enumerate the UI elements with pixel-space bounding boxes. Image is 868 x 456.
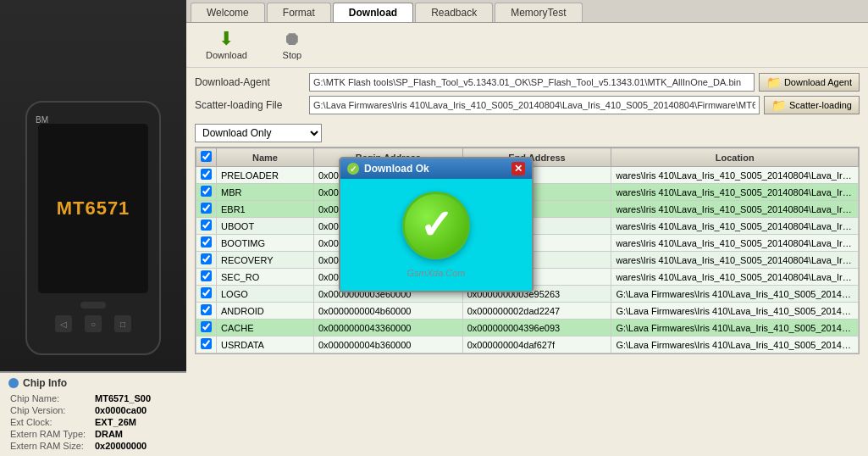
checkmark-circle: ✓ [402,192,470,259]
nav-menu-btn: □ [114,315,131,332]
agent-input[interactable] [309,73,755,92]
stop-button[interactable]: ⏺ Stop [271,27,313,63]
modal-close-button[interactable]: ✕ [511,162,525,175]
checkmark-icon: ✓ [419,205,453,246]
download-ok-modal[interactable]: ✓ Download Ok ✕ ✓ GsmXda.Com [339,157,534,292]
download-button[interactable]: ⬇ Download [199,27,254,63]
row-location: G:\Lava Firmwares\Iris 410\Lava_Iris_410… [611,286,859,303]
chip-value-name: MT6571_S00 [93,392,178,404]
agent-btn-label: Download Agent [784,77,852,87]
row-cb-cell [196,320,217,336]
chip-info-panel: Chip Info Chip Name: MT6571_S00 Chip Ver… [0,371,186,456]
row-location: wares\Iris 410\Lava_Iris_410_S005_201408… [611,252,859,269]
row-location: wares\Iris 410\Lava_Iris_410_S005_201408… [611,184,859,201]
nav-home-btn: ○ [85,315,102,332]
stop-icon: ⏺ [283,30,301,48]
phone-title: MT6571 [57,197,130,220]
row-location: G:\Lava Firmwares\Iris 410\Lava_Iris_410… [611,303,859,320]
chip-label-name: Chip Name: [8,392,93,404]
download-icon: ⬇ [218,30,234,48]
row-cb-cell [196,269,217,286]
row-name: CACHE [217,320,314,336]
scatter-row: Scatter-loading File 📁 Scatter-loading [195,96,860,114]
row-location: wares\Iris 410\Lava_Iris_410_S005_201408… [611,269,859,286]
chip-label-version: Chip Version: [8,404,93,416]
tab-format[interactable]: Format [267,3,331,22]
chip-row-ram-size: Extern RAM Size: 0x20000000 [8,440,178,452]
chip-row-name: Chip Name: MT6571_S00 [8,392,178,404]
select-all-checkbox[interactable] [201,151,212,162]
row-end: 0x000000004daf627f [462,336,611,353]
phone-brand: BM [36,115,48,125]
row-checkbox[interactable] [201,253,212,264]
scatter-browse-button[interactable]: 📁 Scatter-loading [764,96,860,114]
mode-select[interactable]: Download Only Firmware Upgrade Format Al… [195,124,322,142]
chip-row-ram-type: Extern RAM Type: DRAM [8,428,178,440]
row-checkbox[interactable] [201,287,212,298]
chip-label-ram-type: Extern RAM Type: [8,428,93,440]
row-checkbox[interactable] [201,186,212,197]
scatter-label: Scatter-loading File [195,99,305,111]
row-end: 0x000000002dad2247 [462,303,611,320]
phone-screen: MT6571 [38,124,148,293]
chip-value-version: 0x0000ca00 [93,404,178,416]
modal-title-area: ✓ Download Ok [347,163,429,175]
tab-memorytest[interactable]: MemoryTest [495,3,582,22]
row-cb-cell [196,218,217,235]
row-checkbox[interactable] [201,338,212,349]
row-name: EBR1 [217,201,314,218]
toolbar: ⬇ Download ⏺ Stop [186,23,868,68]
phone-body: BM MT6571 ◁ ○ □ [25,101,161,355]
chip-label-clock: Ext Clock: [8,416,93,428]
row-checkbox[interactable] [201,270,212,281]
row-location: wares\Iris 410\Lava_Iris_410_S005_201408… [611,201,859,218]
chip-info-header: Chip Info [8,377,178,389]
row-name: USRDATA [217,336,314,353]
agent-browse-button[interactable]: 📁 Download Agent [759,73,860,92]
chip-row-clock: Ext Clock: EXT_26M [8,416,178,428]
row-name: ANDROID [217,303,314,320]
row-checkbox[interactable] [201,203,212,214]
row-location: G:\Lava Firmwares\Iris 410\Lava_Iris_410… [611,336,859,353]
chip-info-icon [8,378,19,388]
download-label: Download [206,50,247,60]
tab-readback[interactable]: Readback [415,3,493,22]
tab-download[interactable]: Download [333,3,413,22]
tab-welcome[interactable]: Welcome [191,3,265,22]
chip-info-table: Chip Name: MT6571_S00 Chip Version: 0x00… [8,392,178,452]
row-cb-cell [196,252,217,269]
phone-home-btn [80,302,106,309]
row-location: wares\Iris 410\Lava_Iris_410_S005_201408… [611,218,859,235]
row-cb-cell [196,235,217,252]
scatter-input[interactable] [309,96,760,114]
folder-icon-scatter: 📁 [771,98,786,112]
row-checkbox[interactable] [201,304,212,315]
stop-label: Stop [283,50,302,60]
row-checkbox[interactable] [201,321,212,332]
modal-body: ✓ GsmXda.Com [340,179,532,291]
modal-title-text: Download Ok [364,163,429,175]
row-checkbox[interactable] [201,220,212,231]
row-name: SEC_RO [217,269,314,286]
chip-value-ram-size: 0x20000000 [93,440,178,452]
row-cb-cell [196,303,217,320]
row-name: LOGO [217,286,314,303]
row-end: 0x000000004396e093 [462,320,611,336]
nav-back-btn: ◁ [55,315,72,332]
row-cb-cell [196,336,217,353]
row-location: G:\Lava Firmwares\Iris 410\Lava_Iris_410… [611,320,859,336]
table-row: USRDATA 0x000000004b360000 0x000000004da… [196,336,859,353]
row-checkbox[interactable] [201,169,212,180]
agent-label: Download-Agent [195,76,305,88]
row-name: PRELOADER [217,167,314,184]
row-name: UBOOT [217,218,314,235]
row-cb-cell [196,201,217,218]
chip-row-version: Chip Version: 0x0000ca00 [8,404,178,416]
phone-nav-buttons: ◁ ○ □ [55,315,131,332]
form-area: Download-Agent 📁 Download Agent Scatter-… [186,68,868,124]
col-header-name: Name [217,148,314,167]
row-name: MBR [217,184,314,201]
row-checkbox[interactable] [201,236,212,247]
row-cb-cell [196,184,217,201]
row-location: wares\Iris 410\Lava_Iris_410_S005_201408… [611,167,859,184]
